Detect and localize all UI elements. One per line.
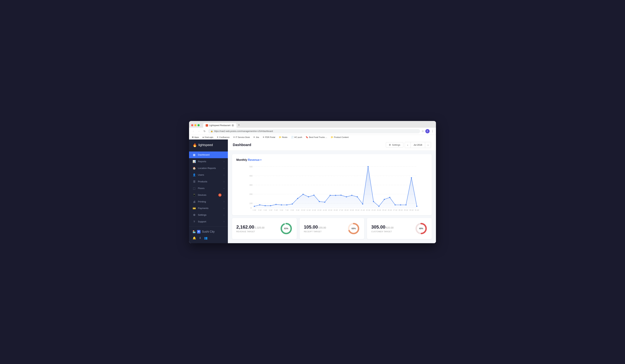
customer-label: CUSTOMER TARGET <box>371 231 393 233</box>
browser-actions: ☆ E ⋮ <box>421 129 434 133</box>
bookmark-label: Apps <box>194 136 199 138</box>
date-label: Jul 2018 <box>410 142 425 148</box>
svg-text:24 Jul: 24 Jul <box>377 209 381 211</box>
sidebar-item-label: Dashboard <box>198 153 224 156</box>
sidebar-item-label: Devices <box>198 194 216 196</box>
sidebar-item-location-reports[interactable]: 🏠 Location Reports › <box>189 165 228 172</box>
sidebar-item-settings[interactable]: ⚙ Settings › <box>189 212 228 218</box>
sidebar-item-label: Floors <box>198 187 221 190</box>
download-icon[interactable]: ⬇ <box>199 236 201 240</box>
chevron-right-icon: › <box>224 160 224 163</box>
bookmark-label: Jira <box>256 136 259 138</box>
svg-point-33 <box>368 166 369 167</box>
svg-text:25 Jul: 25 Jul <box>382 209 386 211</box>
sidebar-nav: ▦ Dashboard 📊 Reports › 🏠 Location Repor… <box>189 150 228 226</box>
svg-point-18 <box>286 204 287 206</box>
svg-point-38 <box>395 204 396 206</box>
svg-text:21 Jul: 21 Jul <box>361 209 365 211</box>
new-tab-button[interactable]: + <box>237 123 241 128</box>
bookmark-apps[interactable]: ⊞ Apps <box>191 136 200 139</box>
notifications-icon[interactable]: 🔔 <box>192 236 196 240</box>
sidebar-item-products[interactable]: ☰ Products › <box>189 178 228 185</box>
svg-point-29 <box>346 196 347 197</box>
users-action-icon[interactable]: 👥 <box>204 236 208 240</box>
sidebar-item-devices[interactable]: 📱 Devices 1 › <box>189 192 228 198</box>
svg-text:22 Jul: 22 Jul <box>366 209 370 211</box>
forward-button[interactable]: › <box>197 129 201 133</box>
bookmark-label: PDR Portal <box>265 136 275 138</box>
browser-window: Lightspeed Restaurant × + ‹ › ↻ 🔒 https:… <box>189 121 436 243</box>
sidebar-item-reports[interactable]: 📊 Reports › <box>189 158 228 165</box>
svg-point-13 <box>259 204 260 206</box>
users-icon: 👤 <box>192 173 196 177</box>
bookmark-product-content[interactable]: 📁 Product Content <box>330 136 349 139</box>
svg-text:30 Jul: 30 Jul <box>409 209 413 211</box>
bookmark-it-service-desk[interactable]: ✳ IT Service Desk <box>232 136 250 139</box>
gear-icon: ⚙ <box>389 144 391 146</box>
bookmark-pdr-portal[interactable]: ✳ PDR Portal <box>262 136 276 139</box>
back-button[interactable]: ‹ <box>191 129 195 133</box>
onelogin-icon: ● <box>202 136 204 138</box>
bookmark-onelogin[interactable]: ● OneLogin <box>202 136 214 139</box>
svg-point-19 <box>292 203 293 205</box>
svg-text:11 Jul: 11 Jul <box>307 209 311 211</box>
reload-button[interactable]: ↻ <box>202 129 207 133</box>
chevron-right-icon: › <box>224 201 224 203</box>
svg-point-17 <box>281 204 282 206</box>
svg-text:16 Jul: 16 Jul <box>334 209 338 211</box>
svg-text:13 Jul: 13 Jul <box>317 209 321 211</box>
sidebar-item-label: Printing <box>198 200 221 203</box>
logo-flame-icon: 🔥 <box>192 143 197 147</box>
date-navigator: ‹ Jul 2018 › <box>405 142 431 148</box>
bookmark-confluence[interactable]: ✳ Confluence <box>216 136 230 139</box>
chevron-right-icon: › <box>224 207 224 209</box>
bookmark-label: Resto <box>282 136 287 138</box>
receipt-value: 105.00 <box>304 224 318 230</box>
receipt-target-card: 105.00/155.00 RECEIPT TARGET 68% <box>300 218 364 239</box>
svg-point-42 <box>416 206 417 207</box>
svg-text:10 Jul: 10 Jul <box>301 209 305 211</box>
svg-text:26 Jul: 26 Jul <box>388 209 392 211</box>
location-selector[interactable]: 🏪 M Sushi City <box>192 229 225 235</box>
metric-info: 2,162.00/2,325.00 REVENUE TARGET <box>236 224 265 233</box>
browser-tab[interactable]: Lightspeed Restaurant × <box>203 123 237 128</box>
bookmark-hc-push[interactable]: 📄 HC push <box>290 136 303 139</box>
sidebar-logo[interactable]: 🔥 lightspeed <box>189 140 228 150</box>
maximize-button[interactable] <box>197 124 200 126</box>
close-button[interactable] <box>191 124 193 126</box>
traffic-lights <box>191 124 200 126</box>
bookmark-star-button[interactable]: ☆ <box>421 129 424 133</box>
app-container: 🔥 lightspeed ▦ Dashboard 📊 Reports › 🏠 L… <box>189 140 436 243</box>
devices-icon: 📱 <box>192 193 196 197</box>
bookmark-label: IT Service Desk <box>236 136 250 138</box>
prev-date-button[interactable]: ‹ <box>405 142 410 148</box>
tab-favicon <box>206 124 208 127</box>
sidebar-item-payments[interactable]: 💳 Payments › <box>189 205 228 212</box>
sidebar-item-dashboard[interactable]: ▦ Dashboard <box>189 152 228 158</box>
page-title: Dashboard <box>233 143 251 147</box>
chart-dropdown-icon[interactable]: ▾ <box>260 159 261 161</box>
sidebar-item-floors[interactable]: ⬚ Floors › <box>189 185 228 192</box>
sidebar-item-printing[interactable]: 🖨 Printing › <box>189 198 228 205</box>
tab-close-button[interactable]: × <box>232 124 234 127</box>
bookmark-best-food-trucks[interactable]: 🔖 Best Food Trucks ... <box>305 136 328 139</box>
bookmark-jira[interactable]: ✳ Jira <box>252 136 260 139</box>
svg-text:100: 100 <box>249 202 252 204</box>
svg-point-23 <box>313 194 315 196</box>
support-icon: ? <box>192 220 196 223</box>
settings-button[interactable]: ⚙ Settings <box>386 142 403 148</box>
sidebar-item-support[interactable]: ? Support › <box>189 218 228 225</box>
bookmark-label: Product Content <box>334 136 349 138</box>
next-date-button[interactable]: › <box>425 142 431 148</box>
profile-button[interactable]: E <box>425 129 430 133</box>
browser-menu-button[interactable]: ⋮ <box>431 129 434 133</box>
location-name: Sushi City <box>202 230 215 233</box>
chart-title-revenue: Revenue <box>248 158 260 161</box>
store-icon: 🏪 <box>192 230 196 233</box>
settings-icon: ⚙ <box>192 213 196 216</box>
sidebar-item-users[interactable]: 👤 Users › <box>189 172 228 178</box>
address-input[interactable]: 🔒 https://nae2-web.posios.com/management… <box>208 129 420 133</box>
minimize-button[interactable] <box>194 124 196 126</box>
revenue-label: REVENUE TARGET <box>236 231 265 233</box>
bookmark-resto[interactable]: 📁 Resto <box>278 136 288 139</box>
